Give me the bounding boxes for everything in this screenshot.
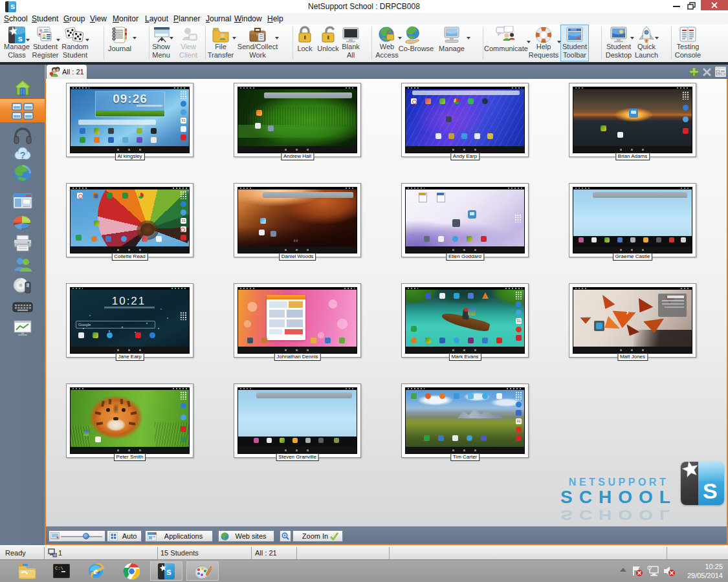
svg-text:C:\: C:\ [55, 566, 63, 571]
svg-text:?: ? [19, 149, 25, 160]
svg-text:A: A [716, 71, 719, 75]
svg-text:s: s [17, 34, 22, 43]
svg-text:e: e [94, 566, 98, 576]
